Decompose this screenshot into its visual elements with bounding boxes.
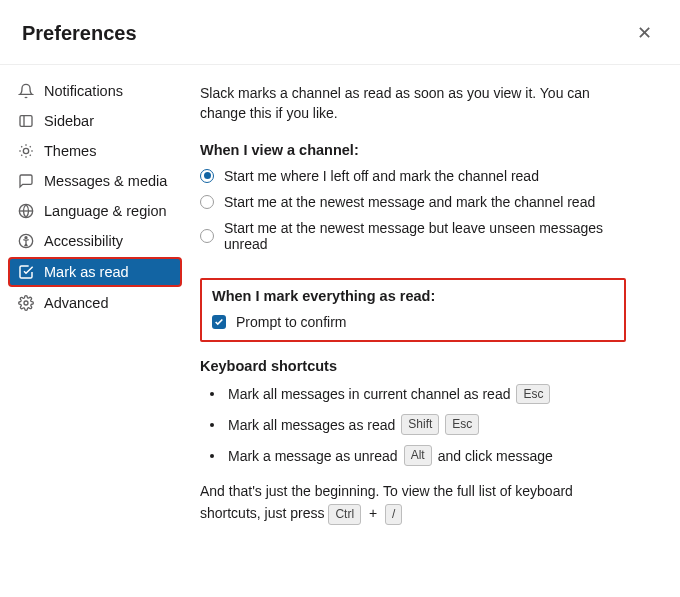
sun-icon [18, 143, 34, 159]
gear-icon [18, 295, 34, 311]
mark-everything-highlight: When I mark everything as read: Prompt t… [200, 278, 626, 342]
check-square-icon [18, 264, 34, 280]
svg-rect-0 [20, 116, 32, 127]
shortcut-row: Mark all messages in current channel as … [204, 384, 626, 405]
shortcut-text: Mark a message as unread [228, 448, 398, 464]
sidebar-item-messages-media[interactable]: Messages & media [8, 167, 182, 195]
radio-label: Start me at the newest message and mark … [224, 194, 595, 210]
globe-icon [18, 203, 34, 219]
radio-icon [200, 229, 214, 243]
sidebar-item-themes[interactable]: Themes [8, 137, 182, 165]
key-alt: Alt [404, 445, 432, 466]
sidebar-item-advanced[interactable]: Advanced [8, 289, 182, 317]
footer-text: And that's just the beginning. To view t… [200, 480, 626, 525]
sidebar-item-label: Themes [44, 143, 96, 159]
sidebar-item-language-region[interactable]: Language & region [8, 197, 182, 225]
svg-point-6 [25, 237, 27, 239]
accessibility-icon [18, 233, 34, 249]
radio-option-newest-unread[interactable]: Start me at the newest message but leave… [200, 220, 626, 252]
radio-icon [200, 195, 214, 209]
sidebar-item-label: Sidebar [44, 113, 94, 129]
sidebar: Notifications Sidebar Themes Messages & … [0, 65, 190, 549]
sidebar-item-label: Advanced [44, 295, 109, 311]
key-shift: Shift [401, 414, 439, 435]
plus-separator: + [369, 505, 377, 521]
page-title: Preferences [22, 22, 137, 45]
view-channel-title: When I view a channel: [200, 142, 626, 158]
checkbox-label: Prompt to confirm [236, 314, 346, 330]
sidebar-item-label: Messages & media [44, 173, 167, 189]
sidebar-item-accessibility[interactable]: Accessibility [8, 227, 182, 255]
layout-icon [18, 113, 34, 129]
shortcut-text: Mark all messages in current channel as … [228, 386, 510, 402]
shortcut-row: Mark a message as unread Alt and click m… [204, 445, 626, 466]
sidebar-item-sidebar[interactable]: Sidebar [8, 107, 182, 135]
svg-point-2 [23, 148, 28, 153]
close-button[interactable]: ✕ [633, 20, 656, 46]
shortcut-row: Mark all messages as read Shift Esc [204, 414, 626, 435]
bullet-icon [210, 454, 214, 458]
radio-label: Start me where I left off and mark the c… [224, 168, 539, 184]
radio-option-left-off[interactable]: Start me where I left off and mark the c… [200, 168, 626, 184]
sidebar-item-label: Mark as read [44, 264, 129, 280]
checkbox-checked-icon [212, 315, 226, 329]
sidebar-item-mark-as-read[interactable]: Mark as read [8, 257, 182, 287]
sidebar-item-label: Language & region [44, 203, 167, 219]
close-icon: ✕ [637, 23, 652, 43]
key-ctrl: Ctrl [328, 504, 361, 525]
key-esc: Esc [516, 384, 550, 405]
key-slash: / [385, 504, 402, 525]
prompt-confirm-checkbox[interactable]: Prompt to confirm [212, 314, 614, 330]
sidebar-item-label: Notifications [44, 83, 123, 99]
content-pane: Slack marks a channel as read as soon as… [190, 65, 650, 549]
shortcut-text-after: and click message [438, 448, 553, 464]
shortcuts-title: Keyboard shortcuts [200, 358, 626, 374]
radio-option-newest-mark[interactable]: Start me at the newest message and mark … [200, 194, 626, 210]
bullet-icon [210, 423, 214, 427]
key-esc: Esc [445, 414, 479, 435]
message-icon [18, 173, 34, 189]
shortcut-text: Mark all messages as read [228, 417, 395, 433]
bell-icon [18, 83, 34, 99]
sidebar-item-notifications[interactable]: Notifications [8, 77, 182, 105]
intro-text: Slack marks a channel as read as soon as… [200, 83, 626, 124]
mark-everything-title: When I mark everything as read: [212, 288, 614, 304]
svg-point-7 [24, 301, 28, 305]
sidebar-item-label: Accessibility [44, 233, 123, 249]
radio-label: Start me at the newest message but leave… [224, 220, 626, 252]
radio-icon [200, 169, 214, 183]
bullet-icon [210, 392, 214, 396]
